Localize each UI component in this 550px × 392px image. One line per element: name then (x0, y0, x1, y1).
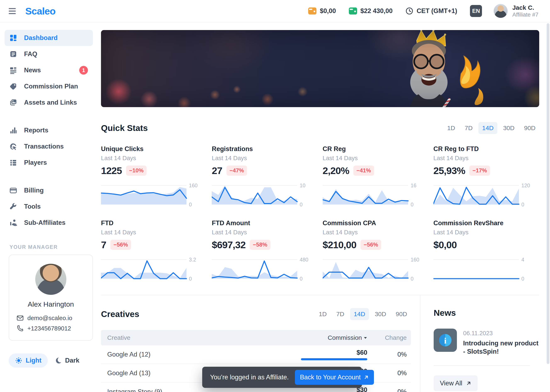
theme-dark-label: Dark (65, 357, 79, 364)
column-creative: Creative (107, 334, 299, 341)
range-90d[interactable]: 90D (520, 122, 539, 134)
timezone-indicator[interactable]: CET (GMT+1) (406, 7, 457, 15)
manager-phone-row[interactable]: +123456789012 (17, 325, 86, 332)
sidebar-item-label: Transactions (24, 143, 64, 150)
sidebar-item-label: FAQ (24, 50, 37, 58)
stat-title: CR Reg to FTD (433, 145, 539, 153)
stat-card-unique-clicks: Unique Clicks Last 14 Days 1225 −10% 160… (101, 145, 207, 207)
stat-value: 27 (212, 165, 222, 176)
manager-email: demo@scaleo.io (27, 315, 72, 322)
stat-subtitle: Last 14 Days (101, 229, 207, 236)
banner-illustration (355, 30, 487, 107)
svg-text:0: 0 (300, 276, 303, 281)
svg-text:4: 4 (521, 257, 524, 263)
commission-bar (301, 358, 367, 360)
sidebar-item-dashboard[interactable]: Dashboard (5, 30, 93, 46)
app-logo[interactable]: Scaleo (25, 5, 56, 17)
range-30d[interactable]: 30D (371, 308, 390, 320)
back-to-account-button[interactable]: Back to Your Account (295, 370, 374, 385)
stat-value: 1225 (101, 165, 122, 176)
range-1d[interactable]: 1D (315, 308, 330, 320)
phone-icon (17, 325, 24, 332)
sidebar-item-tools[interactable]: Tools (5, 198, 93, 215)
news-unread-badge: 1 (79, 66, 88, 75)
sidebar-item-players[interactable]: Players (5, 154, 93, 171)
range-30d[interactable]: 30D (500, 122, 518, 134)
sidebar-item-sub-affiliates[interactable]: Sub-Affiliates (5, 215, 93, 231)
back-to-account-label: Back to Your Account (300, 374, 361, 381)
stat-value: 25,93% (433, 165, 465, 176)
manager-email-row[interactable]: demo@scaleo.io (17, 315, 86, 322)
sidebar-item-reports[interactable]: Reports (5, 122, 93, 138)
svg-text:3.2: 3.2 (189, 257, 196, 263)
click-transactions-icon (9, 143, 17, 150)
pending-balance[interactable]: $0,00 (308, 7, 336, 15)
sparkline-chart: 160 (323, 182, 429, 207)
sun-icon (15, 357, 22, 364)
language-selector[interactable]: EN (470, 5, 482, 17)
range-14d[interactable]: 14D (479, 122, 497, 134)
creative-name: Google Ad (12) (107, 351, 299, 358)
range-90d[interactable]: 90D (392, 308, 411, 320)
sidebar-item-faq[interactable]: FAQ (5, 46, 93, 62)
theme-toggle: Light Dark (9, 353, 98, 368)
theme-light-label: Light (26, 357, 42, 364)
stat-subtitle: Last 14 Days (433, 155, 539, 162)
stat-subtitle: Last 14 Days (323, 229, 429, 236)
sidebar-item-transactions[interactable]: Transactions (5, 138, 93, 154)
range-7d[interactable]: 7D (333, 308, 348, 320)
column-commission-sort[interactable]: Commission (328, 334, 367, 341)
user-menu[interactable]: Jack C. Affiliate #7 (493, 4, 538, 18)
svg-text:16: 16 (411, 182, 416, 188)
sparkline-chart: 3.20 (101, 257, 207, 281)
sidebar-item-commission-plan[interactable]: Commission Plan (5, 78, 93, 94)
svg-text:0: 0 (300, 202, 303, 207)
sparkline-chart: 40 (433, 257, 539, 281)
sidebar-item-billing[interactable]: Billing (5, 182, 93, 198)
sidebar-item-label: Players (24, 159, 47, 166)
page-scrollbar[interactable] (547, 23, 549, 364)
creatives-range-selector: 1D 7D 14D 30D 90D (315, 308, 411, 320)
stat-card-commission-cpa: Commission CPA Last 14 Days $210,00 −56%… (323, 219, 429, 281)
quick-stats-grid: Unique Clicks Last 14 Days 1225 −10% 160… (101, 145, 539, 281)
sparkline-chart: 100 (212, 182, 318, 207)
stat-change-badge: −56% (360, 240, 381, 250)
image-assets-icon (9, 99, 17, 106)
stat-subtitle: Last 14 Days (323, 155, 429, 162)
sparkline-chart: 1200 (433, 182, 539, 207)
stat-card-registrations: Registrations Last 14 Days 27 −47% 100 (212, 145, 318, 207)
stat-value: 2,20% (323, 165, 349, 176)
range-14d[interactable]: 14D (350, 308, 369, 320)
svg-text:160: 160 (189, 182, 198, 188)
news-list-item[interactable]: i 06.11.2023 Introducing new product - S… (434, 329, 539, 356)
sparkline-chart: 1600 (101, 182, 207, 207)
top-header: Scaleo $0,00 $22 430,00 CET (GMT+1) EN J… (0, 0, 550, 22)
sidebar-item-news[interactable]: News 1 (5, 62, 93, 78)
table-row[interactable]: Google Ad (12) $60 0% (101, 345, 411, 364)
svg-text:0: 0 (411, 202, 414, 207)
promo-banner[interactable] (101, 30, 539, 107)
theme-dark-button[interactable]: Dark (55, 357, 79, 364)
user-name: Jack C. (512, 4, 538, 11)
arrow-up-right-icon (466, 381, 471, 386)
svg-text:120: 120 (521, 182, 530, 188)
stat-subtitle: Last 14 Days (212, 155, 318, 162)
hamburger-menu-icon[interactable] (9, 8, 16, 14)
range-7d[interactable]: 7D (461, 122, 476, 134)
available-balance-value: $22 430,00 (360, 7, 393, 15)
available-balance[interactable]: $22 430,00 (349, 7, 393, 15)
sidebar-item-assets-and-links[interactable]: Assets and Links (5, 94, 93, 111)
stat-title: Commission RevShare (433, 219, 539, 227)
svg-text:0: 0 (411, 276, 414, 281)
theme-light-button[interactable]: Light (9, 353, 48, 368)
view-all-label: View All (440, 379, 462, 387)
sidebar-item-label: Sub-Affiliates (24, 219, 65, 226)
news-date: 06.11.2023 (463, 330, 539, 337)
range-1d[interactable]: 1D (443, 122, 459, 134)
dashboard-icon (9, 34, 17, 42)
view-all-button[interactable]: View All (434, 375, 478, 391)
stat-change-badge: −41% (353, 166, 374, 176)
svg-text:0: 0 (189, 202, 192, 207)
news-info-icon: i (434, 329, 457, 352)
change-value: 0% (397, 351, 407, 358)
